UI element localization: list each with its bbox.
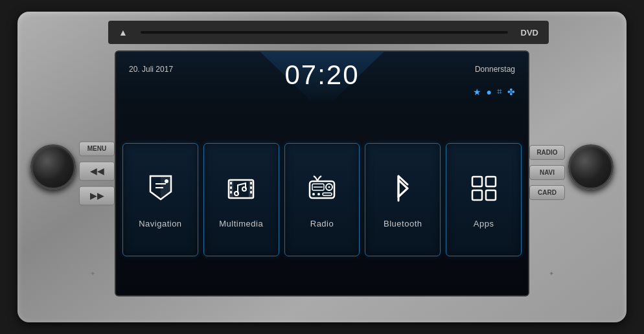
multimedia-icon [224,171,259,211]
dvd-bar: ▲ DVD [108,21,549,44]
right-button-group: RADIO NAVI CARD [529,145,565,200]
svg-rect-21 [323,193,332,195]
navigation-button[interactable]: Navigation [122,143,198,256]
svg-point-19 [312,193,315,195]
media-status-icon: ● [487,87,492,97]
radio-label: Radio [310,219,334,228]
date-display: 20. Juli 2017 [129,65,173,74]
dvd-slot [141,31,508,34]
svg-rect-6 [230,182,232,184]
svg-rect-7 [230,186,232,189]
next-button[interactable]: ▶▶ [79,186,115,205]
dots-left: ✦ [90,270,95,277]
left-knob[interactable] [30,144,76,190]
apps-icon [466,171,501,211]
device-status-icon: ⌗ [497,86,502,97]
svg-rect-8 [230,191,232,194]
eject-button[interactable]: ▲ [119,27,128,38]
menu-button[interactable]: MENU [79,141,115,156]
car-unit: ▲ DVD MENU ◀◀ ▶▶ ✦ RADIO NAVI CARD ✦ 20. [0,0,644,334]
svg-rect-9 [250,182,252,184]
dots-right: ✦ [549,270,554,277]
svg-rect-23 [472,177,482,186]
svg-point-17 [328,186,330,188]
dvd-label: DVD [521,28,538,38]
bluetooth-icon [385,171,420,211]
radio-menu-button[interactable]: Radio [284,143,360,256]
right-knob[interactable] [568,144,614,190]
apps-label: Apps [474,219,494,228]
bluetooth-status-icon: ★ [473,87,481,97]
navigation-label: Navigation [139,219,181,228]
navigation-icon [143,171,178,211]
svg-point-20 [317,193,320,195]
bluetooth-label: Bluetooth [384,219,422,228]
prev-button[interactable]: ◀◀ [79,161,115,181]
svg-rect-25 [472,190,482,200]
status-bar: 20. Juli 2017 07:20 Donnerstag ★ ● ⌗ ✤ [116,52,528,104]
svg-rect-11 [250,191,252,194]
radio-icon [305,171,339,211]
multimedia-button[interactable]: Multimedia [203,143,279,256]
multimedia-label: Multimedia [219,219,263,228]
navi-button[interactable]: NAVI [529,165,565,180]
day-display: Donnerstag [475,65,515,74]
time-display: 07:20 [284,60,359,91]
svg-rect-10 [250,186,252,189]
radio-button[interactable]: RADIO [529,145,565,160]
svg-point-13 [242,187,246,191]
menu-area: Navigation [116,104,528,295]
svg-point-12 [235,192,238,195]
svg-rect-24 [486,177,496,186]
bezel: ▲ DVD MENU ◀◀ ▶▶ ✦ RADIO NAVI CARD ✦ 20. [17,12,627,322]
card-button[interactable]: CARD [529,185,565,200]
svg-rect-26 [486,190,496,200]
main-screen: 20. Juli 2017 07:20 Donnerstag ★ ● ⌗ ✤ [115,50,529,296]
svg-point-0 [165,179,168,183]
status-icons: ★ ● ⌗ ✤ [473,86,515,97]
apps-button[interactable]: Apps [446,143,522,256]
left-button-group: MENU ◀◀ ▶▶ [79,141,115,205]
usb-status-icon: ✤ [507,87,515,97]
bluetooth-button[interactable]: Bluetooth [365,143,441,256]
